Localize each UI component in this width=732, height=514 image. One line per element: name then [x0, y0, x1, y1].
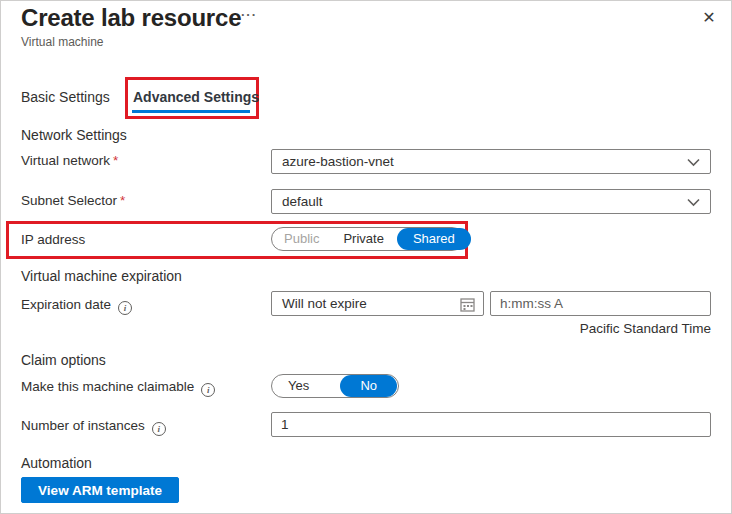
claim-options-heading: Claim options [21, 352, 106, 368]
network-settings-heading: Network Settings [21, 127, 127, 143]
ip-address-label: IP address [21, 232, 85, 247]
chevron-down-icon [687, 198, 700, 207]
virtual-network-label-text: Virtual network [21, 153, 110, 168]
selected-tab-underline [132, 110, 250, 113]
subnet-selector-label-text: Subnet Selector [21, 193, 117, 208]
ip-option-shared[interactable]: Shared [397, 228, 471, 250]
create-lab-resource-pane: Create lab resource ··· ✕ Virtual machin… [0, 0, 732, 514]
vm-expiration-heading: Virtual machine expiration [21, 268, 182, 284]
automation-heading: Automation [21, 455, 92, 471]
expiration-time-input[interactable] [490, 291, 711, 316]
claimable-toggle: Yes No [271, 374, 399, 398]
tab-basic-settings[interactable]: Basic Settings [21, 89, 110, 105]
virtual-network-value: azure-bastion-vnet [282, 154, 394, 169]
claimable-label-text: Make this machine claimable [21, 379, 194, 394]
ip-option-public: Public [272, 228, 331, 250]
expiration-date-value: Will not expire [282, 296, 367, 311]
info-icon[interactable]: i [118, 301, 132, 315]
expiration-date-picker[interactable]: Will not expire [271, 291, 484, 316]
chevron-down-icon [687, 158, 700, 167]
virtual-network-label: Virtual network* [21, 153, 118, 168]
close-icon[interactable]: ✕ [698, 7, 720, 29]
instances-label-text: Number of instances [21, 418, 145, 433]
claimable-option-no[interactable]: No [340, 375, 397, 397]
claimable-label: Make this machine claimablei [21, 379, 215, 397]
expiration-date-label-text: Expiration date [21, 297, 111, 312]
calendar-icon [460, 297, 475, 312]
subnet-selector-select[interactable]: default [271, 189, 711, 214]
tab-advanced-settings[interactable]: Advanced Settings [133, 89, 259, 105]
virtual-network-select[interactable]: azure-bastion-vnet [271, 149, 711, 174]
subnet-selector-value: default [282, 194, 323, 209]
instances-label: Number of instancesi [21, 418, 166, 436]
ip-address-toggle: Public Private Shared [271, 227, 464, 251]
ip-option-private[interactable]: Private [331, 228, 395, 250]
page-subtitle: Virtual machine [21, 35, 104, 49]
expiration-date-label: Expiration datei [21, 297, 132, 315]
instances-input[interactable] [271, 412, 711, 437]
info-icon[interactable]: i [152, 422, 166, 436]
page-title: Create lab resource [21, 4, 241, 32]
view-arm-template-button[interactable]: View ARM template [21, 477, 179, 503]
subnet-selector-label: Subnet Selector* [21, 193, 125, 208]
required-asterisk: * [120, 193, 125, 208]
required-asterisk: * [113, 153, 118, 168]
info-icon[interactable]: i [201, 383, 215, 397]
timezone-label: Pacific Standard Time [271, 321, 711, 336]
claimable-option-yes[interactable]: Yes [272, 375, 325, 397]
more-options-icon[interactable]: ··· [241, 7, 257, 22]
